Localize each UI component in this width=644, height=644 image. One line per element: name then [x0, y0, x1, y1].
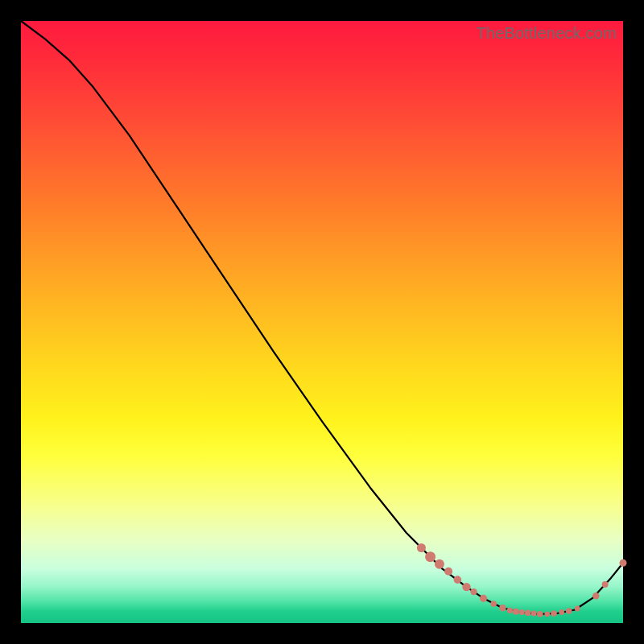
- bottleneck-curve: [21, 21, 623, 614]
- curve-marker-dot: [470, 588, 477, 595]
- curve-marker-dot: [531, 611, 537, 617]
- curve-marker-dot: [490, 601, 497, 607]
- curve-marker-dot: [444, 568, 452, 576]
- curve-marker-dot: [544, 611, 550, 617]
- curve-marker-dot: [559, 609, 564, 615]
- curve-marker-dot: [575, 606, 580, 612]
- chart-overlay-svg: [21, 21, 623, 623]
- chart-stage: TheBottleneck.com: [0, 0, 644, 644]
- curve-marker-dot: [425, 551, 436, 562]
- curve-marker-dot: [566, 608, 572, 614]
- plot-area: TheBottleneck.com: [21, 21, 623, 623]
- curve-marker-dot: [551, 610, 557, 617]
- curve-marker-dot: [499, 605, 506, 611]
- curve-marker-dot: [454, 576, 462, 584]
- curve-marker-group: [417, 543, 627, 617]
- curve-marker-dot: [462, 583, 470, 591]
- curve-marker-dot: [513, 609, 519, 615]
- curve-marker-dot: [507, 608, 513, 613]
- curve-marker-dot: [480, 595, 487, 602]
- curve-marker-dot: [435, 559, 444, 569]
- curve-marker-dot: [602, 581, 609, 588]
- curve-marker-dot: [592, 592, 599, 599]
- curve-marker-dot: [525, 610, 531, 617]
- curve-marker-dot: [417, 543, 426, 552]
- curve-marker-dot: [519, 609, 525, 615]
- curve-marker-dot: [620, 559, 627, 567]
- curve-marker-dot: [537, 611, 543, 617]
